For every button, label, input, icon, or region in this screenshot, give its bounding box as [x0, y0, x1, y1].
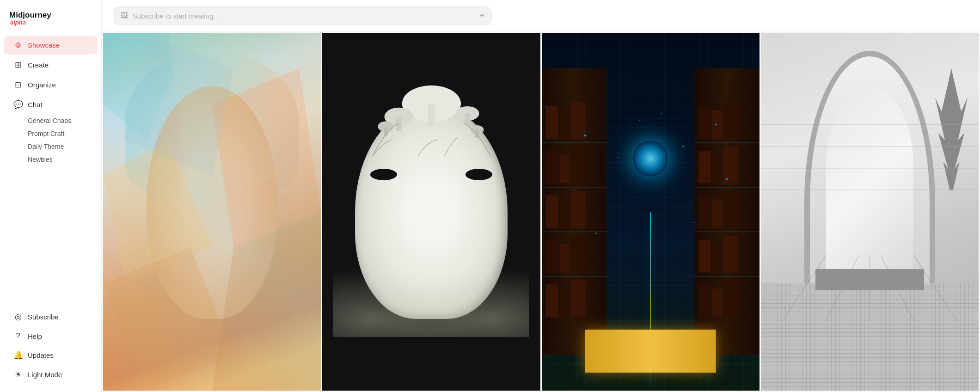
svg-point-64 — [661, 113, 662, 115]
search-bar[interactable]: 🖼 Subscribe to start creating... ≡ — [113, 6, 492, 25]
nav-showcase[interactable]: ⊕ Showcase — [4, 36, 98, 55]
showcase-icon: ⊕ — [13, 40, 23, 50]
sidebar: Midjourney alpha ⊕ Showcase ⊞ Create ⊡ O… — [0, 0, 102, 392]
nav-chat[interactable]: 💬 Chat — [4, 95, 98, 114]
svg-point-57 — [617, 157, 619, 158]
organize-icon: ⊡ — [13, 80, 23, 90]
help-icon: ? — [13, 331, 23, 341]
subscribe-label: Subscribe — [28, 313, 59, 321]
nav-organize[interactable]: ⊡ Organize — [4, 75, 98, 94]
updates-icon: 🔔 — [13, 350, 23, 360]
search-placeholder-text: Subscribe to start creating... — [133, 12, 475, 20]
chat-subitem-general-chaos[interactable]: General Chaos — [24, 115, 101, 127]
lightmode-icon: ☀ — [13, 370, 23, 380]
svg-point-60 — [726, 178, 728, 180]
gallery-item-3[interactable] — [542, 33, 760, 391]
lightmode-label: Light Mode — [28, 371, 62, 379]
chat-subitem-daily-theme[interactable]: Daily Theme — [24, 141, 101, 153]
svg-point-55 — [584, 135, 586, 137]
chat-subitem-prompt-craft[interactable]: Prompt Craft — [24, 128, 101, 140]
organize-label: Organize — [28, 81, 56, 89]
updates-label: Updates — [28, 351, 54, 359]
svg-point-62 — [693, 222, 695, 223]
nav-help[interactable]: ? Help — [4, 327, 98, 345]
svg-line-72 — [881, 255, 913, 320]
chat-label: Chat — [28, 101, 43, 109]
svg-line-73 — [913, 255, 957, 320]
svg-point-61 — [639, 120, 640, 121]
logo-alpha: alpha — [10, 19, 26, 26]
svg-marker-5 — [212, 212, 321, 391]
chat-subitem-newbies[interactable]: Newbies — [24, 153, 101, 165]
gallery-item-2[interactable] — [322, 33, 540, 391]
create-icon: ⊞ — [13, 60, 23, 70]
image-grid — [102, 31, 980, 392]
svg-line-70 — [826, 255, 859, 320]
chat-icon: 💬 — [13, 100, 23, 110]
gallery-image-1 — [103, 33, 321, 391]
gallery-image-2 — [322, 33, 540, 391]
subscribe-icon: ◎ — [13, 312, 23, 322]
sidebar-bottom: ◎ Subscribe ? Help 🔔 Updates ☀ Light Mod… — [0, 301, 101, 385]
top-bar: 🖼 Subscribe to start creating... ≡ — [102, 0, 980, 31]
gallery-image-3 — [542, 33, 760, 391]
svg-line-69 — [783, 255, 826, 320]
nav-subscribe[interactable]: ◎ Subscribe — [4, 307, 98, 326]
svg-rect-8 — [427, 104, 435, 126]
image-icon: 🖼 — [121, 12, 128, 20]
gallery-item-4[interactable] — [761, 33, 979, 391]
chat-subitems: General Chaos Prompt Craft Daily Theme N… — [0, 115, 101, 165]
svg-rect-12 — [465, 113, 470, 125]
svg-point-58 — [682, 146, 684, 147]
nav-lightmode[interactable]: ☀ Light Mode — [4, 365, 98, 384]
logo-area: Midjourney alpha — [0, 7, 101, 35]
help-label: Help — [28, 332, 42, 340]
nav-create[interactable]: ⊞ Create — [4, 55, 98, 74]
main-content: 🖼 Subscribe to start creating... ≡ — [102, 0, 980, 392]
filter-icon[interactable]: ≡ — [480, 12, 484, 20]
gallery-image-4 — [761, 33, 979, 391]
nav-updates[interactable]: 🔔 Updates — [4, 346, 98, 365]
create-label: Create — [28, 61, 49, 69]
svg-point-59 — [574, 189, 575, 190]
svg-point-63 — [595, 233, 597, 234]
svg-point-56 — [715, 124, 717, 126]
gallery-item-1[interactable] — [103, 33, 321, 391]
showcase-label: Showcase — [28, 41, 60, 49]
